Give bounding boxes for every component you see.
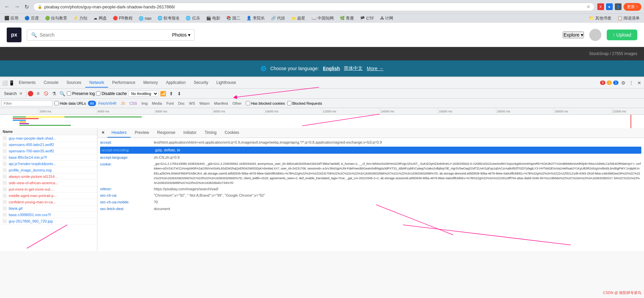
file-item-7[interactable]: always-smile-picture-id1314...: [0, 173, 97, 180]
throttle-select[interactable]: No throttling: [128, 91, 158, 97]
filter-font[interactable]: Font: [164, 101, 176, 106]
detail-tab-response[interactable]: Response: [153, 128, 179, 138]
search-panel-close[interactable]: ✕: [18, 91, 24, 96]
bookmark-pr[interactable]: 🔴 PR教程: [111, 15, 134, 22]
stop-recording-icon[interactable]: ⊘: [35, 90, 41, 97]
bookmark-ctf[interactable]: 🏴 CTF: [358, 15, 376, 21]
disable-cache-checkbox[interactable]: [96, 91, 100, 96]
clear-icon[interactable]: 🚫: [43, 90, 49, 97]
more-icon[interactable]: ⋮: [628, 80, 635, 86]
bookmark-other[interactable]: 📁 其他书签: [587, 15, 613, 22]
search-input[interactable]: [40, 32, 170, 38]
upload-button[interactable]: ↑ Upload: [607, 30, 637, 40]
wifi-icon[interactable]: 📶: [160, 90, 167, 97]
filter-icon[interactable]: ⚗: [51, 90, 57, 97]
detail-tab-initiator[interactable]: Initiator: [179, 128, 200, 138]
bookmark-leet[interactable]: ⚡ 力扣: [72, 15, 89, 22]
ext-icon-star[interactable]: ★: [606, 3, 613, 10]
bookmark-readlist[interactable]: 📋 阅读清单: [616, 15, 641, 22]
devtools-inspect-icon[interactable]: ⬜: [1, 80, 8, 86]
hide-data-urls-label[interactable]: Hide data URLs: [54, 101, 86, 105]
filter-ws[interactable]: WS: [187, 101, 197, 106]
bookmark-daigua[interactable]: 🔗 代挂: [269, 15, 287, 22]
ext-icon-user[interactable]: 👤: [615, 3, 622, 10]
forward-button[interactable]: →: [13, 3, 21, 10]
bookmark-superstar[interactable]: ⭐ 超星: [289, 15, 307, 22]
filter-js[interactable]: JS: [119, 101, 127, 106]
address-bar[interactable]: 🔒 pixabay.com/photos/guy-man-people-dark…: [33, 3, 595, 11]
disable-cache-label[interactable]: Disable cache: [96, 91, 127, 96]
detail-tab-cookies[interactable]: Cookies: [221, 128, 243, 138]
filter-img[interactable]: Img: [139, 101, 149, 106]
file-item-4[interactable]: base.f85c5e14.min.js?f: [0, 154, 97, 161]
filter-wasm[interactable]: Wasm: [197, 101, 212, 106]
bookmark-lagou[interactable]: 🟢 拉勾教育: [43, 15, 69, 22]
download-har-icon[interactable]: ⬇: [176, 90, 183, 97]
filter-input[interactable]: [1, 100, 52, 106]
filter-other[interactable]: Other: [230, 101, 244, 106]
back-button[interactable]: ←: [3, 3, 11, 10]
file-item-12[interactable]: blank.gif: [0, 205, 97, 212]
blocked-requests-checkbox[interactable]: [287, 101, 291, 105]
preserve-log-checkbox[interactable]: [67, 91, 71, 96]
file-item-14[interactable]: guy-2617866_960_720.jpg: [0, 218, 97, 225]
tab-elements[interactable]: Elements: [15, 78, 40, 88]
detail-tab-preview[interactable]: Preview: [131, 128, 153, 138]
tab-network[interactable]: Network: [85, 78, 108, 88]
tab-console[interactable]: Console: [40, 78, 62, 88]
file-item-6[interactable]: profile_image_dummy.svg: [0, 167, 97, 173]
close-devtools-icon[interactable]: ✕: [636, 80, 643, 86]
blocked-cookies-label[interactable]: Has blocked cookies: [246, 101, 285, 105]
photos-dropdown-button[interactable]: Photos ▾: [172, 32, 190, 38]
tab-performance[interactable]: Performance: [108, 78, 139, 88]
settings-icon[interactable]: ⚙: [620, 80, 627, 86]
file-item-9[interactable]: put-more-in-get-more-out-...: [0, 186, 97, 193]
file-item-2[interactable]: opensans-400-latin21.woff2: [0, 142, 97, 148]
tab-memory[interactable]: Memory: [139, 78, 162, 88]
filter-css[interactable]: CSS: [128, 101, 139, 106]
refresh-button[interactable]: ↻: [23, 3, 31, 11]
filter-doc[interactable]: Doc: [176, 101, 187, 106]
record-button[interactable]: [28, 91, 33, 96]
bookmark-dean[interactable]: 👤 李院长: [245, 15, 266, 22]
preserve-log-label[interactable]: Preserve log: [67, 91, 95, 96]
tab-security[interactable]: Security: [190, 78, 212, 88]
bookmark-netdisk[interactable]: ☁ 网盘: [92, 15, 108, 22]
user-avatar[interactable]: [589, 29, 601, 41]
detail-tab-headers[interactable]: Headers: [107, 128, 131, 138]
bookmark-soft[interactable]: 🌐 软考报名: [156, 15, 181, 22]
bookmark-jiwang[interactable]: 🖧 计网: [378, 15, 395, 22]
detail-tab-timing[interactable]: Timing: [200, 128, 221, 138]
filter-all[interactable]: All: [88, 101, 96, 106]
tab-sources[interactable]: Sources: [62, 78, 85, 88]
file-item-10[interactable]: middle-aged-man-portrait-p...: [0, 193, 97, 199]
upload-har-icon[interactable]: ⬆: [168, 90, 175, 97]
file-item-11[interactable]: confident-young-man-in-ca...: [0, 199, 97, 205]
file-item-3[interactable]: opensans-700-latin35.woff2: [0, 148, 97, 154]
bookmark-nao[interactable]: 🌐 nao: [137, 15, 153, 21]
filter-media[interactable]: Media: [150, 101, 164, 106]
detail-close-btn[interactable]: ✕: [99, 128, 107, 138]
bookmark-baidu[interactable]: 🔵 百度: [23, 15, 40, 22]
site-search-bar[interactable]: 🔍 Photos ▾: [27, 29, 195, 41]
px-logo[interactable]: px: [7, 28, 21, 42]
search-icon[interactable]: 🔍: [59, 90, 65, 97]
devtools-device-icon[interactable]: 📱: [8, 80, 15, 86]
file-item-1[interactable]: guy-man-people-dark-shad...: [0, 135, 97, 142]
bookmark-cnki[interactable]: 📖 中国知网: [310, 15, 335, 22]
more-languages-link[interactable]: More →: [367, 66, 383, 71]
file-item-13[interactable]: base.c3998051.min.css?f: [0, 212, 97, 218]
bookmark-yile[interactable]: 🌐 亿乐: [184, 15, 201, 22]
hide-data-urls-checkbox[interactable]: [54, 101, 59, 105]
bookmark-apps[interactable]: ⬛ 应用: [3, 15, 20, 22]
blocked-requests-label[interactable]: Blocked Requests: [287, 101, 322, 105]
english-link[interactable]: English: [323, 66, 340, 71]
tab-lighthouse[interactable]: Lighthouse: [212, 78, 240, 88]
bookmark-guoer[interactable]: 📚 国二: [225, 15, 242, 22]
explore-button[interactable]: Explore ▾: [563, 32, 584, 38]
chinese-link[interactable]: 简体中文: [344, 65, 363, 71]
file-item-5[interactable]: api.js?render=explicit&onlo...: [0, 161, 97, 167]
update-button[interactable]: 更新 ↑: [624, 3, 641, 11]
file-item-8[interactable]: side-view-of-african-america...: [0, 180, 97, 186]
blocked-cookies-checkbox[interactable]: [246, 101, 250, 105]
